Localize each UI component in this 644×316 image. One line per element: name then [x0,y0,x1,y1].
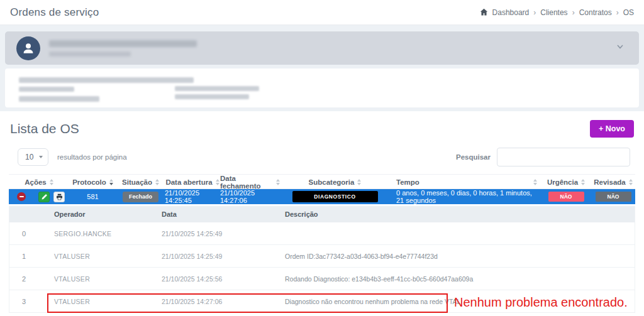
sort-icon[interactable] [357,179,361,185]
pencil-icon [41,193,48,200]
details-header-row: Operador Data Descrição [9,206,635,222]
cell-tempo: 0 anos, 0 meses, 0 dias, 0 horas, 1 minu… [390,189,541,204]
redacted-contract-line-2 [175,94,249,99]
cell-revisada: NÃO [591,192,635,202]
search-input[interactable] [497,148,630,166]
detail-row[interactable]: 1 VTALUSER 21/10/2025 14:25:49 Ordem ID:… [9,245,635,268]
redacted-address-line-2 [19,87,74,92]
top-bar: Ordens de serviço Dashboard › Clientes ›… [0,0,644,25]
breadcrumb-contratos[interactable]: Contratos [579,8,612,17]
cell-data-abertura: 21/10/2025 14:25:45 [165,189,220,204]
redacted-address-line-1 [19,77,194,83]
new-os-button[interactable]: + Novo [590,120,634,138]
cell-situacao: Fechado [116,192,165,202]
sort-icon[interactable] [155,179,159,185]
column-header-subcategoria[interactable]: Subcategoria [280,175,390,190]
detail-row[interactable]: 0 SERGIO.HANCKE 21/10/2025 14:25:49 [9,222,635,245]
breadcrumb-clientes[interactable]: Clientes [540,8,567,17]
detail-row[interactable]: 2 VTALUSER 21/10/2025 14:25:56 Rodando D… [9,268,635,290]
os-table: Ações Protocolo Situação Data abertura D… [9,174,635,313]
breadcrumb-separator: › [533,8,536,17]
column-header-situacao[interactable]: Situação [116,175,165,190]
row-actions [9,192,69,202]
subcategory-badge: DIAGNOSTICO [292,191,378,203]
column-header-revisada[interactable]: Revisada [591,175,635,190]
revised-badge: NÃO [596,192,631,202]
cell-data-fechamento: 21/10/2025 14:27:06 [220,189,280,204]
sort-icon-active-desc[interactable] [109,179,113,185]
details-header-operador: Operador [45,210,152,218]
list-header: Lista de OS + Novo [0,111,644,141]
list-title: Lista de OS [10,121,79,136]
breadcrumb-separator: › [572,8,575,17]
avatar [16,36,40,60]
home-icon [480,8,488,16]
search-wrap: Pesquisar [456,148,630,166]
column-header-tempo[interactable]: Tempo [390,175,541,190]
os-list-section: Lista de OS + Novo 10 resultados por pág… [0,111,644,316]
contract-info-card [5,68,639,107]
printer-icon [56,193,63,200]
client-card[interactable] [5,31,639,65]
client-info-redacted [49,40,197,57]
status-badge: Fechado [123,192,158,202]
column-header-data-abertura[interactable]: Data abertura [165,175,220,190]
breadcrumb: Dashboard › Clientes › Contratos › OS [480,8,634,17]
edit-button[interactable] [38,192,50,202]
page-size-select[interactable]: 10 [18,148,48,166]
redacted-address-line-3 [19,96,99,102]
chevron-down-icon [39,156,43,158]
redacted-client-code [49,52,131,57]
redacted-client-name [49,40,197,47]
urgency-badge: NÃO [548,192,584,202]
page-size-value: 10 [25,153,33,161]
search-label: Pesquisar [456,153,491,161]
annotation-text: Nenhum problema encontrado. [454,295,628,310]
breadcrumb-dashboard[interactable]: Dashboard [492,8,530,17]
column-header-acoes[interactable]: Ações [9,175,69,190]
page-title: Ordens de serviço [10,6,99,19]
page-size-label: resultados por página [57,153,127,161]
sort-icon[interactable] [629,179,633,185]
os-row-selected[interactable]: 581 Fechado 21/10/2025 14:25:45 21/10/20… [9,189,635,204]
sort-icon[interactable] [50,179,53,185]
details-header-descricao: Descrição [271,210,635,218]
cell-urgencia: NÃO [541,192,591,202]
table-header-row: Ações Protocolo Situação Data abertura D… [9,174,635,189]
chevron-down-icon[interactable] [615,41,625,52]
service-orders-page: Ordens de serviço Dashboard › Clientes ›… [0,0,644,316]
redacted-contract-line-1 [175,86,259,91]
collapse-row-button[interactable] [17,192,26,201]
print-button[interactable] [53,192,65,202]
cell-protocolo: 581 [69,193,116,200]
column-header-protocolo[interactable]: Protocolo [69,175,116,190]
cell-subcategoria: DIAGNOSTICO [280,191,390,203]
sort-icon[interactable] [216,179,219,185]
sort-icon[interactable] [581,179,585,185]
person-icon [21,41,35,55]
details-header-data: Data [152,210,271,218]
column-header-urgencia[interactable]: Urgência [541,175,591,190]
table-controls: 10 resultados por página Pesquisar [0,141,644,166]
sort-icon[interactable] [533,179,537,185]
breadcrumb-separator: › [616,8,619,17]
column-header-data-fechamento[interactable]: Data fechamento [220,175,280,190]
breadcrumb-os[interactable]: OS [623,8,634,17]
